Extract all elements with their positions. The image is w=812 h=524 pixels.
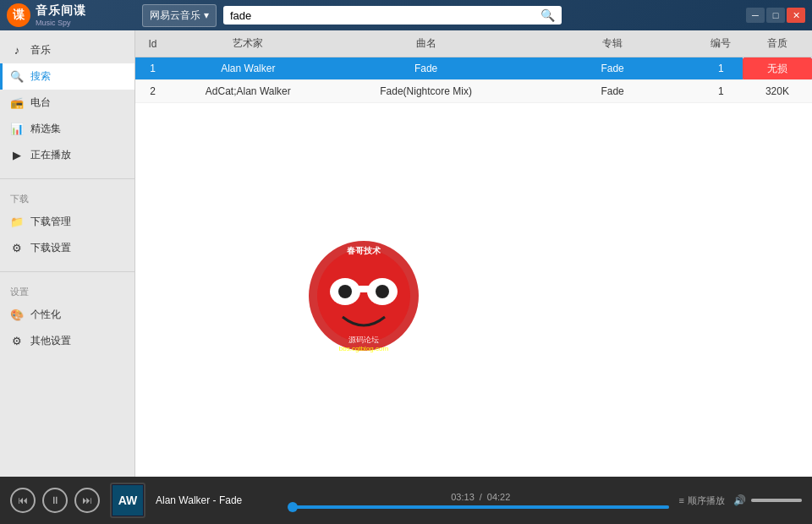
sidebar-item-other-settings[interactable]: ⚙ 其他设置 [0, 328, 134, 354]
sidebar-label-personalize: 个性化 [30, 308, 61, 322]
cell-num: 1 [700, 80, 743, 103]
player-right: ≡ 顺序播放 🔊 [679, 494, 802, 507]
prev-button[interactable]: ⏮ [10, 488, 36, 513]
cell-album: Fade [526, 57, 700, 80]
music-icon: ♪ [10, 44, 24, 57]
sidebar-item-download-mgr[interactable]: 📁 下载管理 [0, 209, 134, 235]
time-separator: / [480, 492, 482, 502]
app-subtitle: Music Spy [36, 19, 86, 27]
other-settings-icon: ⚙ [10, 335, 24, 347]
title-bar: 谍 音乐间谍 Music Spy 网易云音乐 ▾ 🔍 ─ □ ✕ [0, 0, 812, 30]
sidebar-label-download-mgr: 下载管理 [30, 215, 71, 229]
cell-quality: 320K [743, 80, 812, 103]
progress-times: 03:13 / 04:22 [293, 492, 669, 502]
sidebar-item-download-settings[interactable]: ⚙ 下载设置 [0, 235, 134, 261]
personalize-icon: 🎨 [10, 308, 24, 321]
search-input[interactable] [230, 9, 540, 22]
music-table: Id 艺术家 曲名 专辑 编号 音质 1 Alan Walker Fade Fa… [135, 30, 812, 103]
sidebar-label-download-settings: 下载设置 [30, 241, 71, 255]
close-button[interactable]: ✕ [787, 8, 805, 23]
sidebar-section-download: 下载 📁 下载管理 ⚙ 下载设置 [0, 183, 134, 268]
main-layout: ♪ 音乐 🔍 搜索 📻 电台 📊 精选集 ▶ 正在播放 下载 [0, 30, 812, 477]
mode-icon: ≡ [679, 495, 684, 505]
player-controls: ⏮ ⏸ ⏭ [10, 488, 100, 513]
app-title: 音乐间谍 [36, 3, 86, 19]
table-row[interactable]: 2 AdCat;Alan Walker Fade(Nightcore Mix) … [135, 80, 812, 103]
progress-bar[interactable] [293, 505, 669, 509]
window-controls: ─ □ ✕ [746, 8, 805, 23]
volume-icon: 🔊 [733, 494, 746, 506]
total-time: 04:22 [487, 492, 511, 502]
cell-quality: 无损 [743, 57, 812, 80]
header-id: Id [135, 30, 170, 57]
playlist-mode[interactable]: ≡ 顺序播放 [679, 494, 725, 507]
cell-title: Fade [326, 57, 526, 80]
sidebar-label-search: 搜索 [30, 69, 51, 84]
sidebar-item-collection[interactable]: 📊 精选集 [0, 116, 134, 142]
current-song-title: Alan Walker - Fade [156, 494, 283, 506]
sidebar-label-radio: 电台 [30, 96, 51, 110]
song-info: Alan Walker - Fade [156, 494, 283, 506]
cell-artist: AdCat;Alan Walker [170, 80, 326, 103]
sidebar-label-other-settings: 其他设置 [30, 334, 71, 348]
header-album: 专辑 [526, 30, 700, 57]
volume-area: 🔊 [733, 494, 802, 506]
play-pause-button[interactable]: ⏸ [42, 488, 68, 513]
sidebar-item-radio[interactable]: 📻 电台 [0, 90, 134, 116]
download-section-title: 下载 [0, 189, 134, 209]
volume-fill [751, 499, 802, 502]
sidebar-section-settings: 设置 🎨 个性化 ⚙ 其他设置 [0, 276, 134, 361]
sidebar-label-collection: 精选集 [30, 122, 61, 136]
header-title: 曲名 [326, 30, 526, 57]
table-row[interactable]: 1 Alan Walker Fade Fade 1 无损 [135, 57, 812, 80]
volume-bar[interactable] [751, 499, 802, 502]
table-header-row: Id 艺术家 曲名 专辑 编号 音质 [135, 30, 812, 57]
cell-num: 1 [700, 57, 743, 80]
platform-select[interactable]: 网易云音乐 ▾ [142, 4, 217, 27]
radio-icon: 📻 [10, 96, 24, 109]
collection-icon: 📊 [10, 123, 24, 135]
cell-album: Fade [526, 80, 700, 103]
current-time: 03:13 [451, 492, 475, 502]
cell-title: Fade(Nightcore Mix) [326, 80, 526, 103]
cell-id: 2 [135, 80, 170, 103]
search-button[interactable]: 🔍 [540, 8, 555, 22]
sidebar: ♪ 音乐 🔍 搜索 📻 电台 📊 精选集 ▶ 正在播放 下载 [0, 30, 135, 477]
minimize-button[interactable]: ─ [746, 8, 765, 23]
search-bar-area: 网易云音乐 ▾ 🔍 [142, 4, 746, 27]
sidebar-item-personalize[interactable]: 🎨 个性化 [0, 302, 134, 328]
progress-fill [293, 505, 669, 509]
dropdown-icon: ▾ [204, 9, 209, 21]
sidebar-section-main: ♪ 音乐 🔍 搜索 📻 电台 📊 精选集 ▶ 正在播放 [0, 30, 134, 175]
mode-label: 顺序播放 [688, 494, 725, 507]
content-area: Id 艺术家 曲名 专辑 编号 音质 1 Alan Walker Fade Fa… [135, 30, 812, 477]
sidebar-item-search[interactable]: 🔍 搜索 [0, 63, 134, 90]
logo-icon: 谍 [7, 3, 30, 27]
sidebar-label-playing: 正在播放 [30, 148, 71, 162]
download-settings-icon: ⚙ [10, 242, 24, 254]
cell-id: 1 [135, 57, 170, 80]
album-art-inner: AW [112, 485, 143, 516]
cell-artist: Alan Walker [170, 57, 326, 80]
maximize-button[interactable]: □ [766, 8, 785, 23]
sidebar-item-playing[interactable]: ▶ 正在播放 [0, 142, 134, 168]
header-quality: 音质 [743, 30, 812, 57]
sidebar-item-music[interactable]: ♪ 音乐 [0, 37, 134, 63]
playing-icon: ▶ [10, 149, 24, 161]
progress-area: 03:13 / 04:22 [293, 492, 669, 509]
header-num: 编号 [700, 30, 743, 57]
download-mgr-icon: 📁 [10, 216, 24, 228]
sidebar-label-music: 音乐 [30, 43, 51, 57]
settings-section-title: 设置 [0, 282, 134, 302]
next-button[interactable]: ⏭ [74, 488, 100, 513]
app-logo: 谍 音乐间谍 Music Spy [7, 3, 142, 27]
player-bar: ⏮ ⏸ ⏭ AW Alan Walker - Fade 03:13 / 04:2… [0, 477, 812, 524]
table-wrap[interactable]: Id 艺术家 曲名 专辑 编号 音质 1 Alan Walker Fade Fa… [135, 30, 812, 477]
platform-label: 网易云音乐 [150, 8, 200, 23]
header-artist: 艺术家 [170, 30, 326, 57]
progress-dot [288, 502, 298, 512]
search-icon: 🔍 [10, 70, 24, 83]
search-input-wrap: 🔍 [223, 6, 562, 25]
album-art: AW [110, 483, 145, 518]
